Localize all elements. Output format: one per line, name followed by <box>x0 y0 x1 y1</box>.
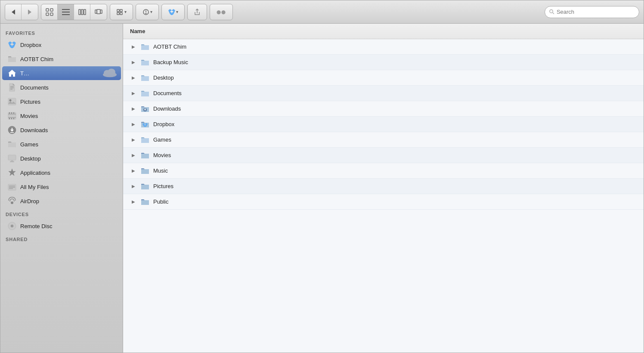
sidebar-item-applications-label: Applications <box>20 170 50 176</box>
view-columns-button[interactable] <box>74 4 90 20</box>
table-row[interactable]: ▶ Documents <box>123 86 644 101</box>
view-cover-button[interactable] <box>90 4 107 20</box>
applications-icon <box>7 168 17 177</box>
sidebar-item-movies[interactable]: Movies <box>2 109 121 123</box>
svg-point-35 <box>103 72 117 77</box>
file-name: Music <box>153 167 168 174</box>
forward-button[interactable] <box>22 4 38 20</box>
file-name: Movies <box>153 152 171 158</box>
svg-rect-58 <box>10 161 14 162</box>
tags-btn-group: ⬤⬤ <box>210 4 233 20</box>
search-box[interactable] <box>545 6 639 18</box>
sidebar-item-games[interactable]: Games <box>2 137 121 151</box>
sidebar-item-remote-disc[interactable]: Remote Disc <box>2 219 121 233</box>
svg-rect-55 <box>10 132 14 133</box>
view-icons-button[interactable] <box>41 4 58 20</box>
svg-point-21 <box>146 13 146 14</box>
disclosure-triangle[interactable]: ▶ <box>130 43 137 50</box>
table-row[interactable]: ▶ Games <box>123 132 644 148</box>
table-row[interactable]: ▶ Public <box>123 194 644 210</box>
sidebar-item-downloads[interactable]: Downloads <box>2 123 121 137</box>
file-name: Pictures <box>153 183 173 189</box>
sidebar-item-all-files[interactable]: All My Files <box>2 180 121 194</box>
sidebar-item-games-label: Games <box>20 141 38 148</box>
file-name: Public <box>153 198 168 205</box>
svg-point-63 <box>11 201 13 204</box>
folder-icon <box>140 135 150 145</box>
table-row[interactable]: ▶ Pictures <box>123 179 644 194</box>
disclosure-triangle[interactable]: ▶ <box>130 152 137 159</box>
svg-rect-14 <box>100 10 102 13</box>
table-row[interactable]: ▶ Music <box>123 163 644 179</box>
disclosure-triangle[interactable]: ▶ <box>130 167 137 174</box>
dropbox-folder-icon <box>140 120 150 129</box>
svg-rect-7 <box>62 12 70 12</box>
svg-rect-49 <box>13 112 14 114</box>
back-button[interactable] <box>5 4 22 20</box>
search-input[interactable] <box>557 9 635 15</box>
share-button[interactable] <box>188 4 207 20</box>
disclosure-triangle[interactable]: ▶ <box>130 183 137 190</box>
svg-rect-8 <box>62 14 70 15</box>
search-icon <box>549 9 554 15</box>
svg-rect-5 <box>50 13 53 15</box>
view-list-button[interactable] <box>58 4 74 20</box>
table-row[interactable]: ▶ Backup Music <box>123 55 644 70</box>
table-row[interactable]: ▶ Downloads <box>123 101 644 117</box>
public-folder-icon <box>140 197 150 207</box>
disclosure-triangle[interactable]: ▶ <box>130 59 137 66</box>
music-folder-icon <box>140 166 150 176</box>
sidebar-item-home[interactable]: T… <box>2 66 121 80</box>
tags-button[interactable]: ⬤⬤ <box>210 4 232 20</box>
movies-folder-icon <box>140 151 150 160</box>
sidebar-item-pictures[interactable]: Pictures <box>2 95 121 108</box>
column-name-header: Name <box>130 28 145 34</box>
file-name: Desktop <box>153 74 174 81</box>
svg-line-29 <box>553 12 554 14</box>
table-row[interactable]: ▶ AOTBT Chim <box>123 39 644 55</box>
svg-rect-10 <box>81 9 83 15</box>
favorites-header: FAVORITES <box>0 27 123 37</box>
svg-rect-52 <box>13 118 14 119</box>
disclosure-triangle[interactable]: ▶ <box>130 90 137 97</box>
svg-rect-4 <box>46 13 49 15</box>
svg-rect-15 <box>117 9 119 12</box>
games-folder-icon <box>7 139 17 149</box>
movies-icon <box>7 111 17 121</box>
shared-header: SHARED <box>0 233 123 244</box>
disclosure-triangle[interactable]: ▶ <box>130 136 137 143</box>
sidebar-item-aotbt[interactable]: AOTBT Chim <box>2 52 121 66</box>
table-row[interactable]: ▶ Desktop <box>123 70 644 86</box>
sidebar-item-remote-disc-label: Remote Disc <box>20 223 52 229</box>
table-row[interactable]: ▶ <box>123 117 644 132</box>
svg-rect-18 <box>120 12 122 15</box>
sidebar: FAVORITES Dropbox <box>0 24 123 353</box>
sidebar-item-documents[interactable]: Documents <box>2 81 121 94</box>
folder-icon <box>140 58 150 67</box>
main-area: FAVORITES Dropbox <box>0 24 644 353</box>
downloads-folder-icon <box>140 104 150 114</box>
disclosure-triangle[interactable]: ▶ <box>130 105 137 112</box>
folder-icon <box>140 73 150 83</box>
svg-point-66 <box>12 226 12 226</box>
disclosure-triangle[interactable]: ▶ <box>130 74 137 81</box>
sidebar-item-dropbox[interactable]: Dropbox <box>2 38 121 52</box>
dropbox-toolbar-button[interactable]: ▾ <box>162 4 184 20</box>
table-row[interactable]: ▶ Movies <box>123 148 644 163</box>
toolbar: ▾ ▾ ▾ <box>0 0 644 24</box>
sidebar-item-downloads-label: Downloads <box>20 127 48 133</box>
sidebar-item-airdrop[interactable]: AirDrop <box>2 194 121 208</box>
folder-icon <box>140 89 150 98</box>
svg-rect-17 <box>120 9 122 12</box>
disclosure-triangle[interactable]: ▶ <box>130 198 137 205</box>
sidebar-item-applications[interactable]: Applications <box>2 166 121 180</box>
arrange-btn-group: ▾ <box>110 4 133 20</box>
finder-window: ▾ ▾ ▾ <box>0 0 644 353</box>
arrange-button[interactable]: ▾ <box>110 4 133 20</box>
action-button[interactable]: ▾ <box>136 4 158 20</box>
file-name: Dropbox <box>153 121 174 127</box>
sidebar-item-airdrop-label: AirDrop <box>20 198 39 204</box>
sidebar-item-desktop[interactable]: Desktop <box>2 152 121 165</box>
disclosure-triangle[interactable]: ▶ <box>130 121 137 128</box>
file-name: Documents <box>153 90 182 96</box>
